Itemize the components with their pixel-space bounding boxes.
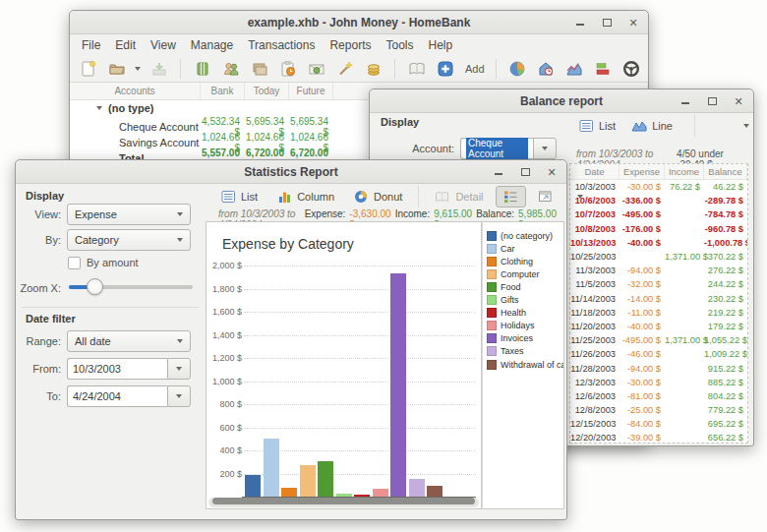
new-file-button[interactable] bbox=[78, 59, 98, 80]
legend-toggle-button[interactable] bbox=[496, 186, 526, 207]
balance-options-caret[interactable] bbox=[743, 124, 749, 128]
show-transactions-button[interactable] bbox=[406, 59, 427, 80]
menu-manage[interactable]: Manage bbox=[191, 38, 233, 52]
budget-report-button[interactable] bbox=[593, 59, 614, 80]
by-selector[interactable]: Category bbox=[67, 229, 191, 251]
legend-item: Withdrawal of cash bbox=[487, 358, 563, 371]
trendtime-report-button[interactable] bbox=[536, 59, 557, 80]
balance-list-view-button[interactable]: List bbox=[571, 115, 623, 137]
balance-row-balance: -289.78 $ bbox=[704, 196, 747, 206]
balance-row[interactable]: 10/7/2003-495.00 $-784.78 $ bbox=[570, 207, 747, 221]
balance-row[interactable]: 12/6/2003-81.00 $804.22 $ bbox=[570, 389, 747, 403]
balance-row[interactable]: 11/26/2003-46.00 $1,009.22 $ bbox=[570, 347, 747, 361]
to-date-selector[interactable]: 4/24/2004 bbox=[67, 385, 191, 407]
balance-row[interactable]: 12/15/2003-84.00 $695.22 $ bbox=[570, 417, 747, 431]
open-file-button[interactable] bbox=[106, 59, 127, 80]
balance-row[interactable]: 11/3/2003-94.00 $276.22 $ bbox=[570, 264, 747, 277]
stats-maximize-button[interactable] bbox=[520, 167, 530, 177]
accounts-header-future[interactable]: Future bbox=[289, 83, 333, 99]
accounts-header-bank[interactable]: Bank bbox=[201, 83, 245, 99]
manage-payees-button[interactable] bbox=[220, 59, 241, 80]
balance-close-button[interactable]: ✕ bbox=[734, 96, 743, 106]
account-dropdown-arrow[interactable] bbox=[533, 138, 557, 159]
manage-accounts-button[interactable] bbox=[192, 59, 212, 80]
account-selector[interactable]: Cheque Account bbox=[460, 138, 557, 159]
manage-budget-button[interactable] bbox=[306, 59, 326, 80]
menu-edit[interactable]: Edit bbox=[115, 38, 136, 52]
currencies-button[interactable] bbox=[363, 59, 384, 80]
zoomx-slider-handle[interactable] bbox=[87, 278, 103, 295]
from-date-arrow[interactable] bbox=[167, 358, 191, 380]
list-view-icon bbox=[579, 119, 594, 133]
view-selector[interactable]: Expense bbox=[67, 204, 191, 225]
vehicle-cost-button[interactable] bbox=[621, 59, 642, 80]
add-transaction-label[interactable]: Add bbox=[465, 63, 485, 75]
stats-options-caret[interactable] bbox=[577, 195, 583, 199]
range-selector[interactable]: All date bbox=[67, 330, 191, 352]
maximize-button[interactable] bbox=[602, 18, 612, 28]
balance-header-income[interactable]: Income bbox=[665, 164, 704, 179]
open-recent-caret[interactable] bbox=[135, 67, 141, 71]
stats-list-view-button[interactable]: List bbox=[213, 186, 266, 207]
balance-maximize-button[interactable] bbox=[707, 96, 717, 106]
balance-row[interactable]: 11/25/2003-495.00 $1,371.00 $1,055.22 $ bbox=[570, 333, 747, 347]
balance-row[interactable]: 10/3/2003-30.00 $76.22 $46.22 $ bbox=[570, 180, 747, 194]
stats-column-view-button[interactable]: Column bbox=[269, 186, 342, 207]
balance-row[interactable]: 12/20/2003-39.00 $656.22 $ bbox=[570, 431, 747, 443]
export-button[interactable] bbox=[530, 186, 560, 207]
balance-row[interactable]: 11/5/2003-32.00 $244.22 $ bbox=[570, 277, 747, 291]
balance-row[interactable]: 10/25/20031,371.00 $370.22 $ bbox=[570, 250, 747, 264]
statistics-report-button[interactable] bbox=[507, 59, 528, 80]
balance-line-view-button[interactable]: Line bbox=[623, 115, 680, 137]
manage-categories-button[interactable] bbox=[249, 59, 269, 80]
menu-file[interactable]: File bbox=[82, 38, 100, 52]
balance-titlebar[interactable]: Balance report ✕ bbox=[370, 89, 753, 113]
balance-row[interactable]: 11/28/2003-94.00 $915.22 $ bbox=[570, 361, 747, 375]
from-date-selector[interactable]: 10/3/2003 bbox=[67, 358, 191, 380]
balance-header-expense[interactable]: Expense bbox=[620, 164, 665, 179]
budget-envelope-icon bbox=[308, 60, 325, 78]
legend-color-chip bbox=[487, 308, 497, 318]
balance-row[interactable]: 11/14/2003-14.00 $230.22 $ bbox=[570, 292, 747, 306]
chart-hscrollbar[interactable] bbox=[212, 498, 475, 504]
balance-row[interactable]: 12/3/2003-30.00 $885.22 $ bbox=[570, 376, 747, 389]
stats-titlebar[interactable]: Statistics Report ✕ bbox=[16, 160, 566, 184]
close-button[interactable]: ✕ bbox=[628, 18, 638, 28]
balance-row[interactable]: 10/13/2003-40.00 $-1,000.78 $ bbox=[570, 236, 747, 250]
assignments-button[interactable] bbox=[334, 59, 355, 80]
menu-reports[interactable]: Reports bbox=[329, 38, 371, 52]
scheduled-transactions-button[interactable] bbox=[277, 59, 298, 80]
chart-hscrollbar-track[interactable] bbox=[208, 498, 479, 507]
menu-transactions[interactable]: Transactions bbox=[248, 38, 315, 52]
to-date-arrow[interactable] bbox=[167, 385, 191, 407]
minimize-button[interactable] bbox=[575, 18, 585, 28]
account-group-label: (no type) bbox=[108, 102, 153, 114]
by-amount-checkbox[interactable] bbox=[68, 257, 81, 269]
zoomx-slider[interactable] bbox=[69, 276, 193, 298]
balance-minimize-button[interactable] bbox=[680, 96, 690, 106]
menu-tools[interactable]: Tools bbox=[385, 38, 413, 52]
expander-triangle-icon[interactable] bbox=[96, 106, 102, 110]
stats-minimize-button[interactable] bbox=[494, 167, 503, 177]
by-amount-label: By amount bbox=[87, 257, 139, 268]
stats-donut-view-button[interactable]: Donut bbox=[346, 186, 410, 207]
stats-close-button[interactable]: ✕ bbox=[547, 167, 557, 177]
add-transaction-button[interactable] bbox=[435, 59, 455, 80]
balance-row[interactable]: 10/6/2003-336.00 $-289.78 $ bbox=[570, 194, 747, 207]
balance-row-date: 12/20/2003 bbox=[570, 433, 620, 443]
balance-row[interactable]: 10/8/2003-176.00 $-960.78 $ bbox=[570, 222, 747, 236]
balance-header-date[interactable]: Date bbox=[570, 164, 620, 179]
balance-row[interactable]: 12/8/2003-25.00 $779.22 $ bbox=[570, 403, 747, 417]
balance-report-button[interactable] bbox=[564, 59, 585, 80]
main-titlebar[interactable]: example.xhb - John Money - HomeBank ✕ bbox=[70, 11, 648, 34]
menu-help[interactable]: Help bbox=[429, 38, 453, 52]
accounts-header-today[interactable]: Today bbox=[245, 83, 289, 99]
save-button[interactable] bbox=[148, 59, 169, 80]
balance-header-balance[interactable]: Balance bbox=[704, 164, 747, 179]
balance-row[interactable]: 11/18/2003-11.00 $219.22 $ bbox=[570, 306, 747, 320]
menu-view[interactable]: View bbox=[150, 38, 176, 52]
balance-row-balance: 370.22 $ bbox=[704, 252, 747, 262]
accounts-header-accounts[interactable]: Accounts bbox=[70, 83, 201, 99]
stats-detail-button[interactable]: Detail bbox=[427, 186, 491, 207]
balance-row[interactable]: 11/20/2003-40.00 $179.22 $ bbox=[570, 320, 747, 333]
